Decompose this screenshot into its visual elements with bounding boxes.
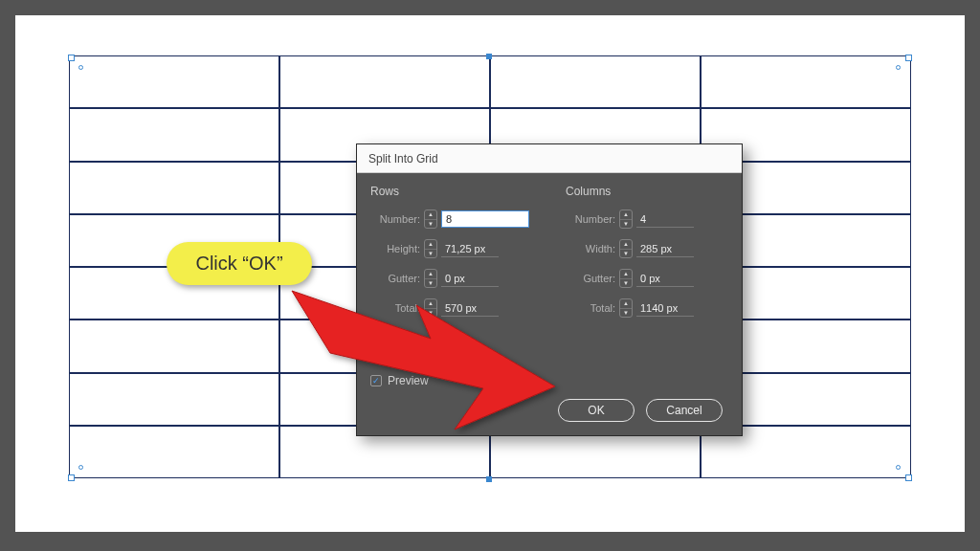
grid-cell (69, 426, 279, 478)
grid-cell (69, 373, 279, 426)
grid-cell (279, 55, 490, 108)
add-guides-checkbox[interactable] (370, 337, 382, 348)
columns-total-row: Total: ▲ ▼ 1140 px (566, 298, 728, 318)
columns-number-value[interactable]: 4 (636, 211, 694, 228)
chevron-up-icon[interactable]: ▲ (620, 299, 632, 309)
columns-width-value[interactable]: 285 px (636, 241, 694, 257)
grid-cell (69, 108, 279, 161)
chevron-up-icon[interactable]: ▲ (425, 240, 436, 250)
rows-height-stepper[interactable]: ▲ ▼ (424, 239, 437, 258)
artboard: Click “OK” Split Into Grid Rows Number: … (15, 15, 965, 532)
instruction-callout: Click “OK” (167, 242, 312, 285)
selection-handle-icon[interactable] (68, 55, 75, 61)
selection-anchor-icon[interactable] (896, 465, 901, 470)
grid-cell (701, 55, 911, 108)
columns-gutter-value[interactable]: 0 px (636, 271, 694, 287)
preview-checkbox[interactable] (370, 375, 382, 386)
columns-total-label: Total: (566, 302, 619, 314)
chevron-down-icon[interactable]: ▼ (425, 250, 436, 258)
selection-anchor-icon[interactable] (896, 65, 901, 70)
rows-number-row: Number: ▲ ▼ (370, 209, 533, 229)
add-guides-label: Add Guides (388, 336, 448, 349)
selection-handle-icon[interactable] (68, 474, 75, 481)
chevron-down-icon[interactable]: ▼ (620, 250, 632, 258)
columns-gutter-stepper[interactable]: ▲ ▼ (619, 269, 633, 288)
rows-group-title: Rows (370, 185, 533, 198)
selection-mid-handle-icon[interactable] (486, 476, 492, 482)
rows-gutter-stepper[interactable]: ▲ ▼ (424, 269, 437, 288)
rows-number-stepper[interactable]: ▲ ▼ (424, 209, 437, 229)
rows-gutter-label: Gutter: (370, 273, 424, 284)
chevron-up-icon[interactable]: ▲ (620, 210, 632, 220)
rows-gutter-value[interactable]: 0 px (441, 271, 499, 287)
ok-button-label: OK (588, 404, 604, 417)
columns-number-row: Number: ▲ ▼ 4 (566, 209, 728, 229)
ok-button[interactable]: OK (558, 399, 635, 422)
rows-total-value[interactable]: 570 px (441, 300, 499, 317)
columns-width-row: Width: ▲ ▼ 285 px (566, 239, 728, 258)
rows-height-row: Height: ▲ ▼ 71,25 px (370, 239, 533, 258)
grid-cell (490, 55, 701, 108)
columns-group: Columns Number: ▲ ▼ 4 Width: ▲ ▼ (566, 185, 728, 328)
columns-number-stepper[interactable]: ▲ ▼ (619, 209, 633, 229)
columns-gutter-label: Gutter: (566, 273, 619, 284)
rows-gutter-row: Gutter: ▲ ▼ 0 px (370, 269, 533, 288)
chevron-down-icon[interactable]: ▼ (425, 279, 436, 288)
chevron-up-icon[interactable]: ▲ (425, 299, 436, 309)
preview-label: Preview (388, 374, 429, 387)
chevron-up-icon[interactable]: ▲ (425, 210, 436, 220)
columns-total-stepper[interactable]: ▲ ▼ (619, 298, 633, 318)
chevron-down-icon[interactable]: ▼ (620, 279, 632, 288)
chevron-up-icon[interactable]: ▲ (620, 270, 632, 279)
chevron-down-icon[interactable]: ▼ (425, 309, 436, 318)
cancel-button-label: Cancel (666, 404, 702, 417)
chevron-down-icon[interactable]: ▼ (425, 220, 436, 229)
chevron-down-icon[interactable]: ▼ (620, 220, 632, 229)
rows-total-label: Total: (370, 302, 424, 314)
columns-width-label: Width: (566, 243, 619, 254)
add-guides-row[interactable]: Add Guides (370, 336, 728, 349)
selection-handle-icon[interactable] (905, 474, 912, 481)
grid-cell (69, 162, 279, 214)
selection-handle-icon[interactable] (905, 55, 912, 61)
rows-group: Rows Number: ▲ ▼ Height: ▲ ▼ (370, 185, 533, 328)
selection-anchor-icon[interactable] (78, 465, 83, 470)
instruction-callout-text: Click “OK” (195, 253, 282, 275)
rows-number-label: Number: (370, 213, 424, 225)
dialog-button-row: OK Cancel (558, 399, 723, 422)
chevron-down-icon[interactable]: ▼ (620, 309, 632, 318)
preview-row[interactable]: Preview (370, 374, 728, 387)
grid-cell (69, 320, 279, 372)
selection-mid-handle-icon[interactable] (486, 54, 492, 59)
chevron-up-icon[interactable]: ▲ (620, 240, 632, 250)
cancel-button[interactable]: Cancel (646, 399, 723, 422)
split-into-grid-dialog: Split Into Grid Rows Number: ▲ ▼ Heigh (356, 143, 743, 436)
rows-total-row: Total: ▲ ▼ 570 px (370, 298, 533, 318)
dialog-title-text: Split Into Grid (368, 152, 438, 165)
dialog-title-bar[interactable]: Split Into Grid (357, 144, 742, 173)
rows-total-stepper[interactable]: ▲ ▼ (424, 298, 437, 318)
grid-cell (69, 55, 279, 108)
rows-height-value[interactable]: 71,25 px (441, 241, 499, 257)
chevron-up-icon[interactable]: ▲ (425, 270, 436, 279)
columns-number-label: Number: (566, 213, 619, 225)
selection-anchor-icon[interactable] (78, 65, 83, 70)
rows-number-input[interactable] (441, 210, 529, 228)
columns-gutter-row: Gutter: ▲ ▼ 0 px (566, 269, 728, 288)
columns-total-value[interactable]: 1140 px (636, 300, 694, 317)
dialog-body: Rows Number: ▲ ▼ Height: ▲ ▼ (357, 173, 742, 435)
rows-height-label: Height: (370, 243, 424, 254)
columns-group-title: Columns (566, 185, 728, 198)
columns-width-stepper[interactable]: ▲ ▼ (619, 239, 633, 258)
